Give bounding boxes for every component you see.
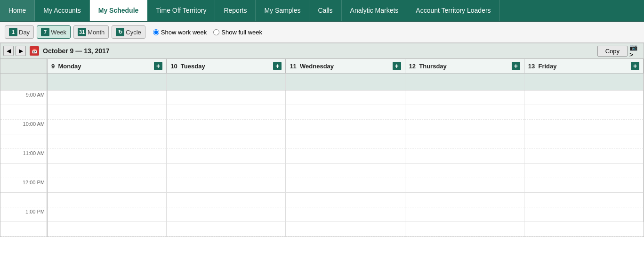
- add-event-btn-10[interactable]: +: [273, 62, 282, 70]
- event-cell-11-1a[interactable]: [286, 120, 405, 134]
- day-header-13: 13 Friday +: [524, 59, 644, 73]
- event-cell-10-4a[interactable]: [167, 207, 286, 222]
- event-cell-9-3a[interactable]: [48, 178, 167, 193]
- event-cell-11-2a[interactable]: [286, 149, 405, 164]
- event-cell-11-3a[interactable]: [286, 178, 405, 193]
- event-cell-12-1b[interactable]: [405, 134, 524, 149]
- event-cell-10-0a[interactable]: [167, 90, 286, 105]
- view-toolbar: 1Day7Week31Month↻Cycle Show work week Sh…: [0, 22, 644, 43]
- event-cell-11-2b[interactable]: [286, 164, 405, 178]
- nav-item-reports[interactable]: Reports: [215, 0, 256, 21]
- event-cell-13-4b[interactable]: [524, 222, 644, 237]
- event-cell-10-1a[interactable]: [167, 120, 286, 134]
- add-event-btn-11[interactable]: +: [393, 62, 401, 70]
- event-cell-11-0b[interactable]: [286, 105, 405, 120]
- event-cell-12-2a[interactable]: [405, 149, 524, 164]
- view-btn-week[interactable]: 7Week: [37, 25, 71, 39]
- nav-item-my-samples[interactable]: My Samples: [256, 0, 309, 21]
- calendar-wrapper: 9 Monday +10 Tuesday +11 Wednesday +12 T…: [0, 58, 644, 237]
- work-week-radio-label[interactable]: Show work week: [153, 29, 207, 36]
- event-cell-13-1a[interactable]: [524, 120, 644, 134]
- time-label-cell-2: 11:00 AM: [0, 149, 48, 164]
- event-cell-13-4a[interactable]: [524, 207, 644, 222]
- event-cell-13-3b[interactable]: [524, 193, 644, 207]
- event-cell-13-2b[interactable]: [524, 164, 644, 178]
- event-cell-10-2a[interactable]: [167, 149, 286, 164]
- nav-item-my-schedule[interactable]: My Schedule: [90, 0, 148, 21]
- day-icon: 1: [9, 28, 17, 36]
- event-cell-12-4a[interactable]: [405, 207, 524, 222]
- time-half-cell-1: [0, 134, 48, 149]
- event-cell-10-1b[interactable]: [167, 134, 286, 149]
- event-cell-9-1a[interactable]: [48, 120, 167, 134]
- event-cell-13-2a[interactable]: [524, 149, 644, 164]
- event-cell-9-2b[interactable]: [48, 164, 167, 178]
- nav-bar: HomeMy AccountsMy ScheduleTime Off Terri…: [0, 0, 644, 22]
- event-cell-13-0a[interactable]: [524, 90, 644, 105]
- calendar-scroll-area[interactable]: 9:00 AM10:00 AM11:00 AM12:00 PM1:00 PM: [0, 90, 644, 237]
- extra-icon[interactable]: 📷>: [629, 45, 641, 57]
- time-half-cell-3: [0, 193, 48, 207]
- event-cell-12-2b[interactable]: [405, 164, 524, 178]
- event-cell-12-4b[interactable]: [405, 222, 524, 237]
- event-cell-12-0b[interactable]: [405, 105, 524, 120]
- event-cell-11-1b[interactable]: [286, 134, 405, 149]
- allday-cell-13: [524, 74, 644, 90]
- event-cell-9-0a[interactable]: [48, 90, 167, 105]
- nav-item-home[interactable]: Home: [0, 0, 35, 21]
- event-cell-12-0a[interactable]: [405, 90, 524, 105]
- event-cell-11-4a[interactable]: [286, 207, 405, 222]
- month-label: Month: [88, 29, 105, 36]
- day-label: Day: [19, 29, 30, 36]
- nav-item-time-off[interactable]: Time Off Territory: [147, 0, 215, 21]
- nav-item-calls[interactable]: Calls: [309, 0, 341, 21]
- allday-cell-10: [167, 74, 286, 90]
- calendar-header-bar: ◀ ▶ 📅 October 9 — 13, 2017 Copy 📷>: [0, 43, 644, 58]
- event-cell-10-3b[interactable]: [167, 193, 286, 207]
- time-label-cell-3: 12:00 PM: [0, 178, 48, 193]
- time-half-cell-2: [0, 164, 48, 178]
- copy-button[interactable]: Copy: [597, 46, 628, 57]
- event-cell-13-0b[interactable]: [524, 105, 644, 120]
- time-half-cell-4: [0, 222, 48, 237]
- prev-nav-button[interactable]: ◀: [3, 46, 14, 56]
- nav-item-account-territory[interactable]: Account Territory Loaders: [407, 0, 499, 21]
- event-cell-12-1a[interactable]: [405, 120, 524, 134]
- event-cell-12-3a[interactable]: [405, 178, 524, 193]
- add-event-btn-13[interactable]: +: [631, 62, 639, 70]
- event-cell-9-2a[interactable]: [48, 149, 167, 164]
- view-btn-cycle[interactable]: ↻Cycle: [112, 25, 145, 39]
- add-event-btn-9[interactable]: +: [154, 62, 162, 70]
- day-label: 9 Monday: [51, 63, 81, 70]
- event-cell-9-1b[interactable]: [48, 134, 167, 149]
- event-cell-10-4b[interactable]: [167, 222, 286, 237]
- event-cell-9-0b[interactable]: [48, 105, 167, 120]
- cycle-icon: ↻: [116, 28, 124, 36]
- event-cell-11-4b[interactable]: [286, 222, 405, 237]
- event-cell-12-3b[interactable]: [405, 193, 524, 207]
- day-label: 13 Friday: [528, 63, 557, 70]
- nav-item-my-accounts[interactable]: My Accounts: [35, 0, 89, 21]
- work-week-radio[interactable]: [153, 29, 159, 35]
- day-label: 11 Wednesday: [290, 63, 334, 70]
- work-week-label: Show work week: [161, 29, 207, 36]
- allday-time-cell: [0, 74, 48, 90]
- event-cell-9-4a[interactable]: [48, 207, 167, 222]
- add-event-btn-12[interactable]: +: [512, 62, 520, 70]
- event-cell-9-4b[interactable]: [48, 222, 167, 237]
- event-cell-13-3a[interactable]: [524, 178, 644, 193]
- view-btn-month[interactable]: 31Month: [73, 25, 109, 39]
- nav-item-analytic-markets[interactable]: Analytic Markets: [342, 0, 408, 21]
- full-week-radio-label[interactable]: Show full week: [213, 29, 262, 36]
- event-cell-10-0b[interactable]: [167, 105, 286, 120]
- event-cell-10-2b[interactable]: [167, 164, 286, 178]
- time-label: 11:00 AM: [0, 149, 47, 156]
- event-cell-11-3b[interactable]: [286, 193, 405, 207]
- event-cell-11-0a[interactable]: [286, 90, 405, 105]
- event-cell-13-1b[interactable]: [524, 134, 644, 149]
- event-cell-9-3b[interactable]: [48, 193, 167, 207]
- view-btn-day[interactable]: 1Day: [5, 25, 34, 39]
- next-nav-button[interactable]: ▶: [16, 46, 26, 56]
- event-cell-10-3a[interactable]: [167, 178, 286, 193]
- full-week-radio[interactable]: [213, 29, 219, 35]
